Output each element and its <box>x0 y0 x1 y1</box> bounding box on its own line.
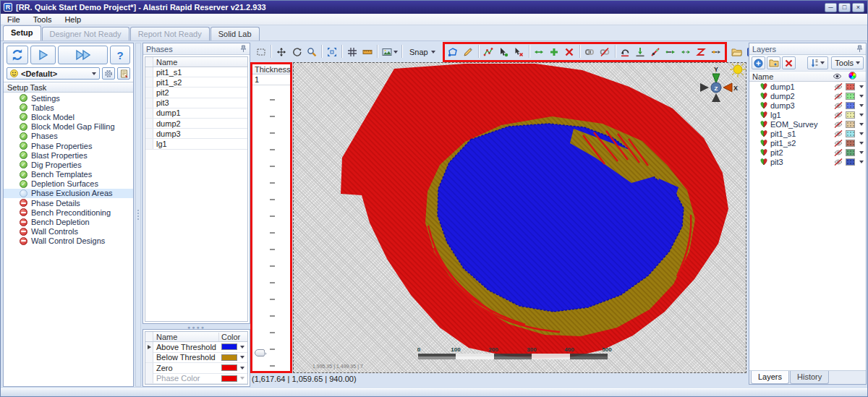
task-bench-depletion[interactable]: Bench Depletion <box>4 217 133 226</box>
layer-color-swatch[interactable] <box>846 140 855 147</box>
task-phase-exclusion-areas[interactable]: Phase Exclusion Areas <box>4 189 133 198</box>
new-polygon-tool[interactable] <box>446 44 461 60</box>
menu-file[interactable]: File <box>1 14 27 25</box>
color-swatch[interactable] <box>221 354 237 361</box>
hidden-eye-icon[interactable] <box>833 130 843 137</box>
move-string-tool[interactable] <box>532 44 547 60</box>
tab-report[interactable]: Report Not Ready <box>130 27 210 40</box>
hidden-eye-icon[interactable] <box>833 158 843 166</box>
tab-history[interactable]: History <box>790 371 829 384</box>
layer-row-dump3[interactable]: dump3 <box>749 101 866 110</box>
help-button[interactable]: ? <box>110 46 130 64</box>
layer-color-swatch[interactable] <box>846 149 855 156</box>
phase-row-lg1[interactable]: lg1 <box>145 139 247 149</box>
chevron-down-icon[interactable] <box>237 346 247 349</box>
chevron-down-icon[interactable] <box>237 367 247 370</box>
screenshot-tool[interactable] <box>380 44 399 60</box>
phase-row-dump1[interactable]: dump1 <box>145 108 247 119</box>
preset-dropdown[interactable]: <Default> <box>7 67 100 80</box>
phase-row-pit1_s1[interactable]: pit1_s1 <box>145 67 247 77</box>
add-points-tool[interactable] <box>547 44 562 60</box>
task-wall-control-designs[interactable]: Wall Control Designs <box>4 236 133 246</box>
add-folder-button[interactable] <box>767 56 780 69</box>
hidden-eye-icon[interactable] <box>833 93 843 100</box>
layer-row-pit1_s1[interactable]: pit1_s1 <box>749 129 866 138</box>
thickness-value-field[interactable]: 1 <box>252 74 290 85</box>
layer-row-eom-survey[interactable]: EOM_Survey <box>749 119 866 129</box>
minimize-button[interactable]: ─ <box>825 3 837 12</box>
layer-color-swatch[interactable] <box>846 111 855 119</box>
left-splitter[interactable] <box>135 43 141 387</box>
tab-designer[interactable]: Designer Not Ready <box>42 27 129 40</box>
drape-string-tool[interactable] <box>633 44 648 60</box>
task-phase-properties[interactable]: Phase Properties <box>4 141 133 150</box>
task-block-model-gap-filling[interactable]: Block Model Gap Filling <box>4 122 133 132</box>
chevron-down-icon[interactable] <box>857 95 866 98</box>
phase-row-pit3[interactable]: pit3 <box>145 98 247 108</box>
orbit-tool[interactable] <box>289 44 304 60</box>
measure-tool[interactable] <box>359 44 375 60</box>
notes-button[interactable] <box>117 67 130 80</box>
delete-layer-button[interactable] <box>782 56 796 69</box>
task-phases[interactable]: Phases <box>4 132 133 141</box>
chevron-down-icon[interactable] <box>857 151 866 154</box>
task-bench-preconditioning[interactable]: Bench Preconditioning <box>4 208 133 217</box>
chevron-down-icon[interactable] <box>857 104 866 107</box>
run-button[interactable] <box>30 46 56 64</box>
simplify-string-tool[interactable] <box>694 44 709 60</box>
task-tables[interactable]: Tables <box>4 103 133 112</box>
draw-polyline-tool[interactable] <box>481 44 496 60</box>
layer-color-swatch[interactable] <box>846 121 855 128</box>
pencil-edit-tool[interactable] <box>461 44 476 60</box>
viewport-3d[interactable]: 1,995.95 | 1,499.95 | 7 0 100 200 300 40… <box>293 62 746 373</box>
sun-icon[interactable] <box>726 63 746 82</box>
layer-color-swatch[interactable] <box>846 102 855 109</box>
layer-row-pit1_s2[interactable]: pit1_s2 <box>749 138 866 148</box>
layer-color-swatch[interactable] <box>846 93 855 100</box>
layer-color-swatch[interactable] <box>846 83 855 90</box>
chevron-down-icon[interactable] <box>857 114 866 116</box>
grid-toggle-tool[interactable] <box>344 44 359 60</box>
layer-row-lg1[interactable]: lg1 <box>749 110 866 119</box>
phase-row-dump3[interactable]: dump3 <box>145 129 247 139</box>
color-row-above-threshold[interactable]: Above Threshold <box>145 342 247 353</box>
pin-icon[interactable] <box>856 45 863 53</box>
hidden-eye-icon[interactable] <box>833 121 843 128</box>
tab-layers[interactable]: Layers <box>751 371 789 384</box>
sort-az-button[interactable] <box>807 56 828 69</box>
color-swatch[interactable] <box>221 343 237 350</box>
layer-color-swatch[interactable] <box>846 158 855 166</box>
join-strings-tool[interactable] <box>582 44 597 60</box>
extend-string-tool[interactable] <box>663 44 678 60</box>
layers-tools-dropdown[interactable]: Tools <box>831 56 864 69</box>
phase-row-pit1_s2[interactable]: pit1_s2 <box>145 77 247 87</box>
zoom-fit-tool[interactable] <box>324 44 339 60</box>
run-all-button[interactable] <box>58 46 108 64</box>
pan-tool[interactable] <box>273 44 289 60</box>
task-depletion-surfaces[interactable]: Depletion Surfaces <box>4 179 133 189</box>
menu-help[interactable]: Help <box>58 14 88 25</box>
tab-setup[interactable]: Setup <box>3 25 41 40</box>
maximize-button[interactable]: □ <box>838 3 851 12</box>
add-layer-button[interactable] <box>752 56 765 69</box>
color-row-below-threshold[interactable]: Below Threshold <box>145 353 247 364</box>
layer-row-dump2[interactable]: dump2 <box>749 91 866 101</box>
chevron-down-icon[interactable] <box>857 142 866 145</box>
pin-icon[interactable] <box>240 45 247 53</box>
open-button[interactable] <box>729 44 744 60</box>
layer-color-swatch[interactable] <box>846 130 855 137</box>
hidden-eye-icon[interactable] <box>833 83 843 90</box>
task-phase-details[interactable]: Phase Details <box>4 198 133 208</box>
chevron-down-icon[interactable] <box>857 161 866 163</box>
task-bench-templates[interactable]: Bench Templates <box>4 170 133 179</box>
hidden-eye-icon[interactable] <box>833 140 843 147</box>
menu-tools[interactable]: Tools <box>27 14 59 25</box>
close-button[interactable]: × <box>852 3 864 12</box>
task-settings[interactable]: Settings <box>4 93 133 103</box>
hidden-eye-icon[interactable] <box>833 149 843 156</box>
tab-solid-lab[interactable]: Solid Lab <box>210 27 260 40</box>
layer-row-dump1[interactable]: dump1 <box>749 82 866 91</box>
task-block-model[interactable]: Block Model <box>4 112 133 121</box>
color-row-zero[interactable]: Zero <box>145 363 247 374</box>
expand-string-tool[interactable] <box>678 44 694 60</box>
